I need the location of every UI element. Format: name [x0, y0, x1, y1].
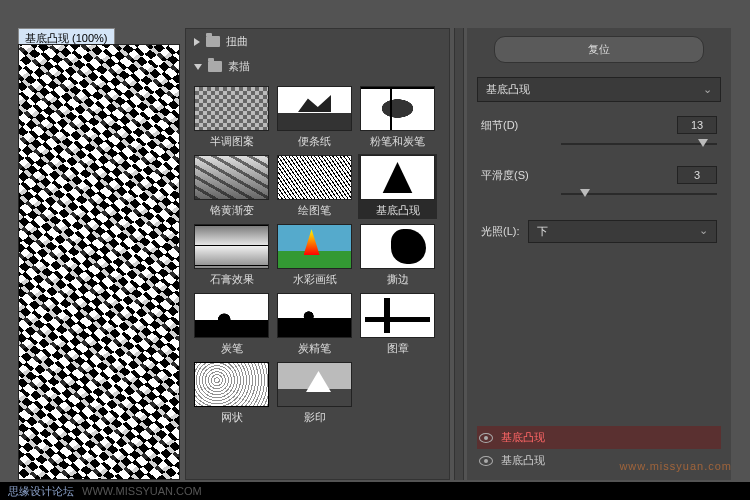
detail-value[interactable]: 13	[677, 116, 717, 134]
panel-divider[interactable]	[454, 28, 464, 480]
filter-thumb-photocopy[interactable]: 影印	[275, 361, 354, 426]
visibility-icon[interactable]	[479, 433, 493, 443]
filter-thumb-halftone[interactable]: 半调图案	[192, 85, 271, 150]
thumb-preview	[360, 86, 435, 131]
footer-title: 思缘设计论坛	[8, 484, 74, 499]
filter-thumb-graphicpen[interactable]: 绘图笔	[275, 154, 354, 219]
filter-thumb-stamp[interactable]: 图章	[358, 292, 437, 357]
filter-thumb-reticulation[interactable]: 网状	[192, 361, 271, 426]
folder-icon	[206, 36, 220, 47]
thumb-preview	[194, 362, 269, 407]
light-value: 下	[537, 224, 548, 239]
thumb-label: 炭笔	[221, 341, 243, 356]
thumbnail-grid: 半调图案 便条纸 粉笔和炭笔 铬黄渐变 绘图笔 基底凸现 石膏效果 水彩画纸 撕…	[186, 79, 449, 432]
filter-thumb-charcoal[interactable]: 炭笔	[192, 292, 271, 357]
thumb-label: 影印	[304, 410, 326, 425]
light-row: 光照(L): 下 ⌄	[481, 220, 717, 243]
filter-thumb-chrome[interactable]: 铬黄渐变	[192, 154, 271, 219]
slider-thumb[interactable]	[580, 189, 590, 197]
preview-pane[interactable]	[18, 44, 180, 480]
smooth-slider-row: 平滑度(S) 3	[481, 166, 717, 184]
filter-gallery: 扭曲 素描 半调图案 便条纸 粉笔和炭笔 铬黄渐变 绘图笔 基底凸现 石膏效果 …	[185, 28, 450, 480]
preset-dropdown[interactable]: 基底凸现 ⌄	[477, 77, 721, 102]
smooth-label: 平滑度(S)	[481, 168, 561, 183]
filter-thumb-conte[interactable]: 炭精笔	[275, 292, 354, 357]
chevron-down-icon: ⌄	[699, 224, 708, 239]
effect-name: 基底凸现	[501, 453, 545, 468]
thumb-label: 半调图案	[210, 134, 254, 149]
footer-sub: WWW.MISSYUAN.COM	[82, 485, 202, 497]
thumb-label: 石膏效果	[210, 272, 254, 287]
thumb-preview	[277, 155, 352, 200]
filter-thumb-basrelief[interactable]: 基底凸现	[358, 154, 437, 219]
thumb-preview	[277, 224, 352, 269]
visibility-icon[interactable]	[479, 456, 493, 466]
thumb-label: 基底凸现	[376, 203, 420, 218]
filter-thumb-notepaper[interactable]: 便条纸	[275, 85, 354, 150]
thumb-label: 网状	[221, 410, 243, 425]
folder-icon	[208, 61, 222, 72]
thumb-label: 撕边	[387, 272, 409, 287]
thumb-preview	[194, 224, 269, 269]
footer-bar: 思缘设计论坛 WWW.MISSYUAN.COM	[0, 482, 750, 500]
category-label: 素描	[228, 59, 250, 74]
thumb-preview	[194, 86, 269, 131]
light-label: 光照(L):	[481, 224, 520, 239]
thumb-preview	[194, 293, 269, 338]
detail-slider-row: 细节(D) 13	[481, 116, 717, 134]
thumb-label: 便条纸	[298, 134, 331, 149]
effect-layer-item[interactable]: 基底凸现	[477, 426, 721, 449]
thumb-label: 铬黄渐变	[210, 203, 254, 218]
category-sketch[interactable]: 素描	[186, 54, 449, 79]
preset-value: 基底凸现	[486, 82, 530, 97]
thumb-preview	[277, 362, 352, 407]
smooth-slider[interactable]	[561, 188, 717, 202]
thumb-preview	[277, 293, 352, 338]
settings-panel: 复位 基底凸现 ⌄ 细节(D) 13 平滑度(S) 3 光照(L): 下 ⌄ 基…	[467, 28, 731, 480]
effect-name: 基底凸现	[501, 430, 545, 445]
detail-label: 细节(D)	[481, 118, 561, 133]
smooth-value[interactable]: 3	[677, 166, 717, 184]
slider-thumb[interactable]	[698, 139, 708, 147]
filter-thumb-chalkcharcoal[interactable]: 粉笔和炭笔	[358, 85, 437, 150]
filter-thumb-waterpaper[interactable]: 水彩画纸	[275, 223, 354, 288]
thumb-preview	[360, 155, 435, 200]
reset-button[interactable]: 复位	[494, 36, 704, 63]
preview-texture	[19, 45, 179, 479]
thumb-label: 绘图笔	[298, 203, 331, 218]
light-dropdown[interactable]: 下 ⌄	[528, 220, 718, 243]
watermark-text: www.missyuan.com	[619, 460, 732, 472]
chevron-down-icon: ⌄	[703, 83, 712, 96]
category-label: 扭曲	[226, 34, 248, 49]
thumb-label: 图章	[387, 341, 409, 356]
filter-thumb-tornedges[interactable]: 撕边	[358, 223, 437, 288]
thumb-preview	[360, 293, 435, 338]
thumb-preview	[194, 155, 269, 200]
thumb-preview	[277, 86, 352, 131]
thumb-label: 炭精笔	[298, 341, 331, 356]
category-distort[interactable]: 扭曲	[186, 29, 449, 54]
chevron-down-icon	[194, 64, 202, 70]
thumb-preview	[360, 224, 435, 269]
filter-thumb-plaster[interactable]: 石膏效果	[192, 223, 271, 288]
chevron-right-icon	[194, 38, 200, 46]
detail-slider[interactable]	[561, 138, 717, 152]
thumb-label: 粉笔和炭笔	[370, 134, 425, 149]
thumb-label: 水彩画纸	[293, 272, 337, 287]
